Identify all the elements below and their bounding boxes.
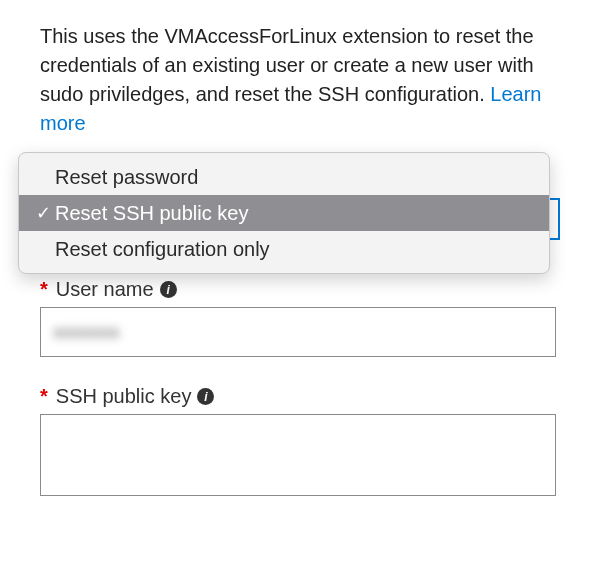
username-label: User name bbox=[56, 278, 154, 301]
mode-option-reset-config[interactable]: Reset configuration only bbox=[19, 231, 549, 267]
mode-option-label: Reset configuration only bbox=[55, 238, 270, 261]
required-marker: * bbox=[40, 385, 48, 408]
mode-option-reset-ssh-key[interactable]: ✓ Reset SSH public key bbox=[19, 195, 549, 231]
sshkey-textarea[interactable] bbox=[40, 414, 556, 496]
username-label-row: * User name i bbox=[40, 278, 556, 301]
sshkey-label: SSH public key bbox=[56, 385, 192, 408]
description-body: This uses the VMAccessForLinux extension… bbox=[40, 25, 534, 105]
mode-option-label: Reset password bbox=[55, 166, 198, 189]
mode-dropdown[interactable]: Reset password ✓ Reset SSH public key Re… bbox=[18, 152, 550, 274]
sshkey-label-row: * SSH public key i bbox=[40, 385, 556, 408]
mode-select-wrap: Reset password ✓ Reset SSH public key Re… bbox=[18, 152, 578, 272]
username-value-obscured: xxxxxxx bbox=[53, 321, 120, 343]
info-icon[interactable]: i bbox=[197, 388, 214, 405]
info-icon[interactable]: i bbox=[160, 281, 177, 298]
check-icon: ✓ bbox=[31, 202, 55, 224]
mode-option-label: Reset SSH public key bbox=[55, 202, 248, 225]
description-text: This uses the VMAccessForLinux extension… bbox=[40, 22, 556, 138]
username-input[interactable]: xxxxxxx bbox=[40, 307, 556, 357]
mode-option-reset-password[interactable]: Reset password bbox=[19, 159, 549, 195]
required-marker: * bbox=[40, 278, 48, 301]
